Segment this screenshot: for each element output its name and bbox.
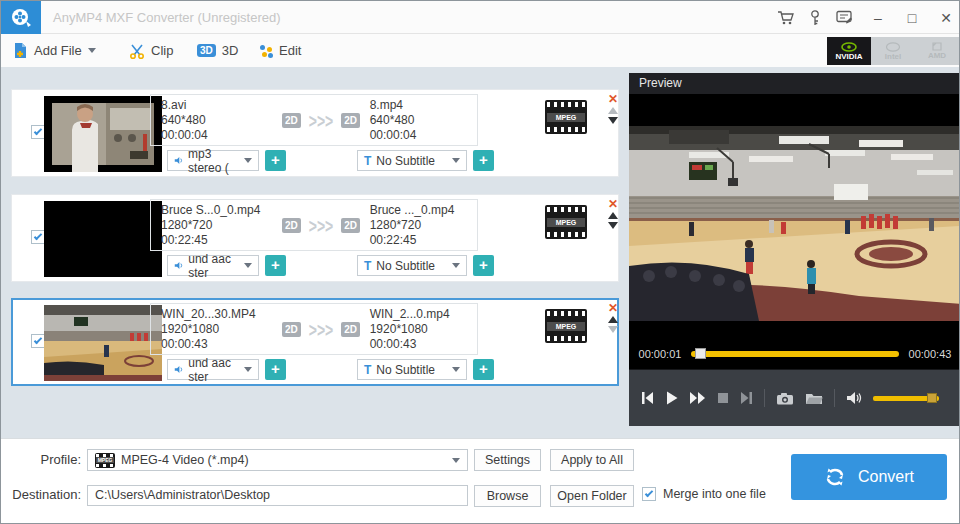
file-row-3[interactable]: WIN_20...30.MP4 1920*1080 00:00:43 2D >>… (11, 298, 619, 386)
file-1-add-subtitle-button[interactable]: + (473, 150, 494, 171)
file-3-audio-select[interactable]: und aac ster (167, 359, 259, 380)
file-2-audio-select[interactable]: und aac ster (167, 255, 259, 276)
key-icon[interactable] (810, 10, 820, 26)
clip-button[interactable]: Clip (129, 34, 173, 67)
nvidia-label: NVIDIA (835, 52, 862, 61)
file-3-thumbnail (44, 305, 162, 381)
file-2-output-resolution: 1280*720 (370, 218, 477, 233)
file-3-source-2d-badge: 2D (282, 322, 301, 337)
snapshot-camera-icon[interactable] (776, 392, 794, 405)
file-2-add-subtitle-button[interactable]: + (473, 255, 494, 276)
intel-label: Intel (885, 52, 901, 61)
profile-select[interactable]: MPEG MPEG-4 Video (*.mp4) (87, 449, 468, 471)
title-bar: AnyMP4 MXF Converter (Unregistered) – □ … (1, 1, 960, 34)
open-snapshot-folder-icon[interactable] (805, 391, 823, 405)
speaker-icon (174, 260, 183, 271)
skip-start-icon[interactable] (641, 391, 654, 405)
divider (834, 389, 835, 407)
film-reel-icon (10, 7, 32, 29)
preview-video[interactable] (629, 94, 960, 338)
file-3-move-down-icon[interactable] (608, 326, 618, 333)
file-3-source-name: WIN_20...30.MP4 (161, 307, 272, 322)
file-2-output-duration: 00:22:45 (370, 233, 477, 248)
volume-handle[interactable] (927, 393, 937, 403)
chevron-down-icon (244, 158, 252, 163)
subtitle-icon: T (364, 363, 371, 377)
file-2-source-name: Bruce S...0_0.mp4 (161, 203, 272, 218)
skip-end-icon[interactable] (740, 391, 753, 405)
file-row-1[interactable]: 8.avi 640*480 00:00:04 2D >>> 2D 8.mp4 6… (11, 89, 619, 177)
file-1-audio-select[interactable]: mp3 stereo ( (167, 150, 259, 171)
play-icon[interactable] (665, 391, 678, 405)
destination-input[interactable]: C:\Users\Administrator\Desktop (87, 485, 468, 506)
volume-slider[interactable] (873, 396, 939, 401)
edit-button[interactable]: Edit (259, 34, 301, 67)
edit-label: Edit (279, 43, 301, 58)
convert-button[interactable]: Convert (791, 454, 947, 500)
gpu-accel-switcher: NVIDIA Intel AMD (827, 37, 959, 65)
file-3-subtitle-select[interactable]: T No Subtitle (357, 359, 467, 380)
convert-arrows-icon: >>> (309, 317, 334, 341)
file-1-source-name: 8.avi (161, 98, 272, 113)
file-2-move-down-icon[interactable] (608, 222, 618, 229)
cart-icon[interactable] (777, 10, 794, 25)
close-button[interactable]: ✕ (937, 10, 955, 26)
feedback-icon[interactable] (836, 10, 853, 25)
nvidia-badge[interactable]: NVIDIA (827, 37, 871, 65)
file-1-source-resolution: 640*480 (161, 113, 272, 128)
add-file-button[interactable]: Add File (13, 34, 96, 67)
3d-badge-icon: 3D (197, 44, 216, 57)
file-2-move-up-icon[interactable] (608, 212, 618, 219)
3d-button[interactable]: 3D 3D (197, 34, 238, 67)
file-2-add-audio-button[interactable]: + (265, 255, 286, 276)
destination-label: Destination: (3, 487, 81, 502)
file-1-thumbnail (44, 96, 162, 172)
file-1-subtitle-value: No Subtitle (376, 154, 435, 168)
maximize-button[interactable]: □ (903, 10, 921, 26)
file-1-checkbox[interactable] (31, 125, 45, 139)
open-folder-button[interactable]: Open Folder (550, 485, 634, 507)
chevron-down-icon (88, 48, 96, 53)
add-file-label: Add File (34, 43, 82, 58)
seek-bar[interactable] (691, 351, 899, 357)
file-3-move-up-icon[interactable] (608, 316, 618, 323)
file-2-thumbnail (44, 201, 162, 277)
file-3-delete-icon[interactable]: ✕ (608, 303, 618, 313)
minimize-button[interactable]: – (869, 10, 887, 26)
seek-handle[interactable] (695, 348, 706, 359)
file-1-add-audio-button[interactable]: + (265, 150, 286, 171)
subtitle-icon: T (364, 154, 371, 168)
file-1-delete-icon[interactable]: ✕ (608, 94, 618, 104)
app-logo-icon (1, 1, 41, 34)
stop-icon[interactable] (717, 392, 729, 404)
file-3-add-subtitle-button[interactable]: + (473, 359, 494, 380)
browse-button[interactable]: Browse (474, 485, 541, 507)
intel-badge[interactable]: Intel (871, 37, 915, 65)
file-2-delete-icon[interactable]: ✕ (608, 199, 618, 209)
nvidia-logo-icon (841, 42, 857, 52)
file-2-subtitle-select[interactable]: T No Subtitle (357, 255, 467, 276)
merge-label: Merge into one file (663, 487, 766, 501)
file-row-2[interactable]: Bruce S...0_0.mp4 1280*720 00:22:45 2D >… (11, 194, 619, 282)
intel-logo-icon (886, 42, 900, 52)
merge-option[interactable]: Merge into one file (642, 487, 766, 501)
file-2-audio-value: und aac ster (188, 252, 239, 280)
file-2-checkbox[interactable] (31, 230, 45, 244)
divider (764, 389, 765, 407)
file-3-add-audio-button[interactable]: + (265, 359, 286, 380)
volume-speaker-icon[interactable] (846, 391, 862, 405)
file-1-audio-value: mp3 stereo ( (188, 147, 239, 175)
settings-button[interactable]: Settings (474, 449, 541, 471)
file-1-move-up-icon[interactable] (608, 107, 618, 114)
file-1-source-duration: 00:00:04 (161, 128, 272, 143)
amd-badge[interactable]: AMD (915, 37, 959, 65)
apply-to-all-button[interactable]: Apply to All (550, 449, 634, 471)
window-title: AnyMP4 MXF Converter (Unregistered) (53, 1, 281, 34)
file-3-output-resolution: 1920*1080 (370, 322, 477, 337)
file-3-output-2d-badge: 2D (341, 322, 360, 337)
file-3-checkbox[interactable] (31, 334, 45, 348)
file-1-move-down-icon[interactable] (608, 117, 618, 124)
merge-checkbox[interactable] (642, 487, 656, 501)
file-1-subtitle-select[interactable]: T No Subtitle (357, 150, 467, 171)
fast-forward-icon[interactable] (689, 391, 706, 405)
